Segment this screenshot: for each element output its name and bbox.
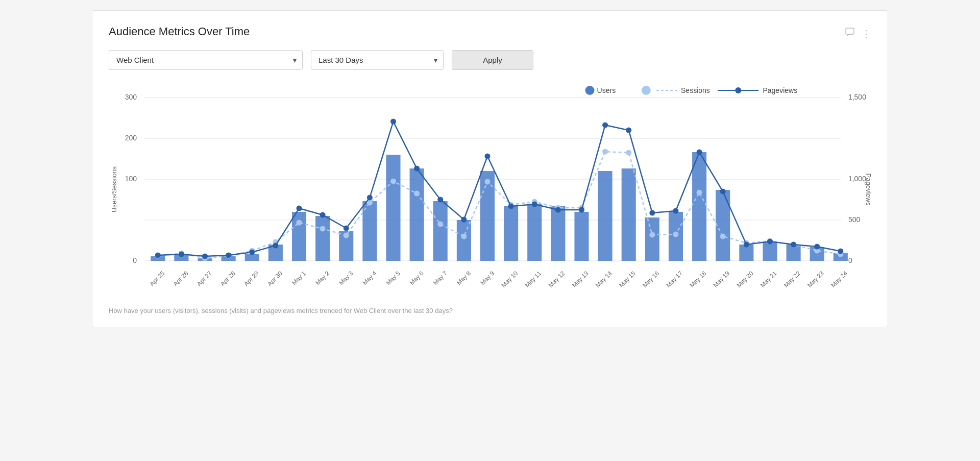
svg-text:May 2: May 2 [314,270,331,286]
svg-point-96 [626,128,631,133]
svg-point-77 [179,252,184,257]
svg-rect-26 [386,155,400,261]
svg-text:May 20: May 20 [736,270,755,289]
svg-rect-35 [598,171,612,261]
svg-point-98 [673,208,678,213]
svg-point-79 [226,253,231,258]
svg-point-141 [735,87,741,93]
chart-svg: 300 200 100 0 1,500 1,000 500 0 Users/Se… [109,82,871,297]
svg-text:May 24: May 24 [829,270,849,289]
svg-text:May 12: May 12 [547,270,567,289]
svg-text:Apr 30: Apr 30 [266,270,284,287]
svg-point-101 [744,242,749,247]
svg-point-78 [202,254,207,259]
svg-text:May 9: May 9 [479,270,496,286]
svg-text:May 1: May 1 [290,270,307,286]
period-select[interactable]: Last 7 Days Last 30 Days Last 90 Days La… [311,50,444,70]
svg-text:Users: Users [597,86,616,94]
svg-point-59 [461,234,467,239]
svg-point-76 [155,253,160,258]
svg-point-68 [673,232,678,237]
svg-point-82 [297,206,302,211]
svg-rect-36 [622,168,636,261]
svg-text:May 14: May 14 [594,270,614,289]
controls-row: Web Client Mobile Client All Clients ▾ L… [109,50,871,70]
svg-point-102 [767,239,772,244]
svg-point-97 [650,210,655,215]
svg-rect-42 [763,242,777,261]
svg-point-95 [603,123,608,128]
svg-rect-33 [551,206,565,261]
svg-point-89 [461,217,467,222]
card-action-icons: ⋮ [845,27,871,40]
svg-text:1,000: 1,000 [848,175,866,183]
svg-text:May 6: May 6 [408,270,425,286]
page-title: Audience Metrics Over Time [109,25,250,38]
svg-point-53 [320,226,325,231]
svg-point-104 [815,244,820,249]
svg-text:Apr 26: Apr 26 [172,270,190,287]
svg-point-65 [603,149,608,154]
svg-text:300: 300 [125,93,137,101]
svg-text:200: 200 [125,134,137,142]
svg-point-54 [344,233,349,238]
svg-text:May 10: May 10 [500,270,519,289]
svg-rect-31 [504,206,518,261]
svg-point-66 [626,150,631,155]
svg-text:May 5: May 5 [385,270,402,286]
svg-rect-20 [245,254,259,261]
svg-text:May 19: May 19 [712,270,731,289]
svg-text:May 23: May 23 [806,270,825,289]
svg-point-92 [532,202,537,207]
svg-point-70 [720,234,725,239]
svg-rect-23 [315,216,330,261]
svg-text:May 17: May 17 [665,270,684,289]
svg-text:Apr 25: Apr 25 [148,270,166,287]
svg-rect-27 [410,168,424,261]
svg-point-57 [414,191,420,196]
svg-point-85 [367,195,372,200]
svg-text:0: 0 [133,256,137,264]
svg-text:1,500: 1,500 [848,93,866,101]
svg-point-81 [273,243,278,248]
svg-text:Pageviews: Pageviews [865,174,871,206]
svg-point-136 [585,86,594,95]
dashboard-card: Audience Metrics Over Time ⋮ Web Client … [92,10,888,327]
svg-point-103 [791,242,796,247]
svg-point-88 [438,197,443,202]
svg-text:0: 0 [848,256,852,264]
svg-point-105 [838,249,843,254]
svg-text:May 3: May 3 [337,270,354,286]
comment-icon[interactable] [845,27,855,40]
svg-point-80 [250,250,255,255]
period-select-wrapper: Last 7 Days Last 30 Days Last 90 Days La… [311,50,444,70]
svg-rect-32 [527,204,542,261]
svg-rect-28 [433,201,448,261]
svg-point-90 [485,154,490,159]
svg-rect-34 [574,212,589,261]
svg-point-60 [485,179,490,184]
svg-rect-22 [292,212,306,261]
apply-button[interactable]: Apply [452,50,533,70]
footer-text: How have your users (visitors), sessions… [109,307,871,314]
svg-rect-0 [846,28,854,34]
svg-text:May 4: May 4 [361,270,378,286]
chart-area: 300 200 100 0 1,500 1,000 500 0 Users/Se… [109,82,871,297]
more-options-icon[interactable]: ⋮ [861,28,871,40]
svg-point-93 [555,207,560,212]
svg-text:Pageviews: Pageviews [763,86,797,94]
card-header: Audience Metrics Over Time ⋮ [109,25,871,40]
svg-point-83 [320,212,325,217]
svg-text:Apr 27: Apr 27 [195,270,213,287]
svg-point-138 [642,86,651,95]
client-select-wrapper: Web Client Mobile Client All Clients ▾ [109,50,303,70]
client-select[interactable]: Web Client Mobile Client All Clients [109,50,303,70]
svg-text:Apr 28: Apr 28 [219,270,237,287]
svg-text:Users/Sessions: Users/Sessions [110,166,118,212]
svg-rect-39 [692,152,706,261]
svg-text:May 13: May 13 [571,270,590,289]
svg-point-69 [697,190,702,195]
svg-point-87 [414,166,420,171]
svg-point-91 [508,204,513,209]
svg-rect-40 [716,190,730,261]
